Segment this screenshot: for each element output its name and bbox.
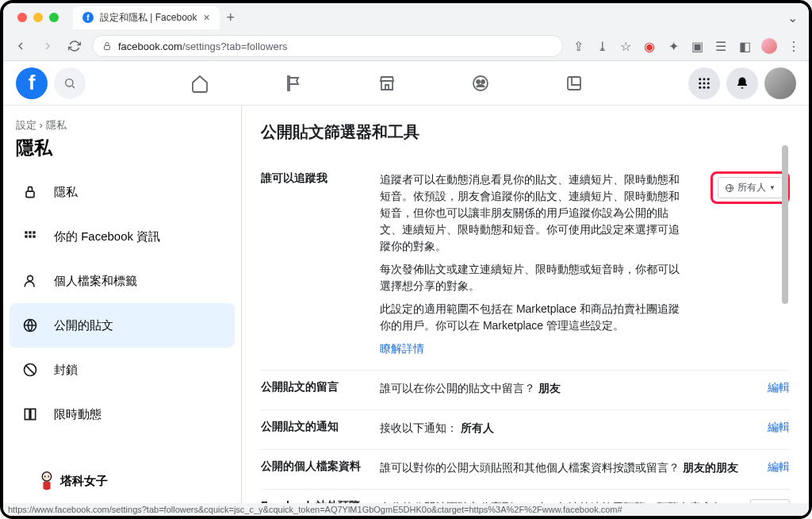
nav-pages[interactable]: [274, 64, 312, 102]
globe-icon: [16, 311, 44, 340]
svg-point-5: [481, 80, 485, 83]
learn-more-link[interactable]: 瞭解詳情: [380, 342, 424, 355]
sidebar-item-your-info[interactable]: 你的 Facebook 資訊: [10, 214, 235, 259]
search-button[interactable]: [54, 67, 86, 99]
svg-point-4: [477, 80, 480, 83]
sidebar-item-public-posts[interactable]: 公開的貼文: [10, 303, 235, 348]
lock-icon: [102, 41, 112, 51]
fb-header: f: [3, 61, 809, 106]
edit-button[interactable]: 編輯: [768, 381, 790, 394]
svg-point-14: [703, 86, 706, 88]
setting-description: 追蹤者可以在動態消息看見你的貼文、連續短片、限時動態和短音。依預設，朋友會追蹤你…: [380, 171, 687, 357]
svg-point-9: [707, 78, 710, 80]
svg-point-13: [699, 86, 701, 88]
extensions-puzzle-icon[interactable]: ✦: [666, 39, 680, 53]
star-icon[interactable]: ☆: [619, 39, 633, 53]
setting-label: 誰可以追蹤我: [261, 171, 364, 357]
sidebar-item-label: 個人檔案和標籤: [54, 274, 137, 289]
notifications-button[interactable]: [726, 67, 758, 99]
sidebar-item-label: 封鎖: [54, 363, 78, 378]
sidebar-item-blocking[interactable]: 封鎖: [10, 348, 235, 392]
watermark-text: 塔科女子: [60, 474, 108, 489]
forward-button[interactable]: [38, 37, 57, 56]
sidebar-item-label: 你的 Facebook 資訊: [54, 229, 160, 244]
close-tab-icon[interactable]: ×: [203, 11, 209, 24]
back-button[interactable]: [11, 37, 30, 56]
watermark-icon: [38, 470, 56, 492]
svg-rect-2: [288, 76, 289, 90]
highlight-annotation: 所有人 ▼: [710, 171, 790, 204]
sidebar-item-privacy[interactable]: 隱私: [10, 170, 235, 214]
breadcrumb-parent[interactable]: 設定: [16, 119, 36, 131]
extension-icon[interactable]: ◉: [642, 39, 657, 53]
setting-public-notifications: 公開貼文的通知 接收以下通知： 所有人 編輯: [261, 410, 790, 450]
setting-description: 誰可以對你的公開大頭貼照和其他個人檔案資料按讚或留言？ 朋友的朋友: [380, 459, 744, 476]
maximize-window[interactable]: [49, 13, 59, 22]
sidebar-item-stories[interactable]: 限時動態: [10, 392, 235, 436]
nav-home[interactable]: [181, 64, 219, 102]
sidebar-item-label: 隱私: [54, 185, 78, 200]
browser-tab[interactable]: 設定和隱私 | Facebook ×: [73, 6, 220, 29]
svg-point-15: [707, 86, 710, 88]
setting-label: 公開貼文的留言: [261, 380, 364, 397]
lock-icon: [16, 178, 44, 206]
user-icon: [16, 267, 44, 295]
svg-point-28: [43, 472, 51, 480]
svg-point-11: [703, 82, 706, 84]
svg-point-29: [44, 476, 46, 478]
new-tab-button[interactable]: +: [220, 6, 242, 29]
reload-button[interactable]: [65, 37, 84, 56]
profile-avatar-small[interactable]: [761, 38, 777, 54]
nav-groups[interactable]: [462, 64, 500, 102]
svg-rect-18: [29, 231, 31, 233]
nav-gaming[interactable]: [555, 64, 593, 102]
svg-rect-20: [25, 235, 27, 237]
setting-description: 誰可以在你公開的貼文中留言？ 朋友: [380, 380, 744, 397]
close-window[interactable]: [17, 13, 27, 22]
svg-point-7: [699, 78, 701, 80]
edit-button[interactable]: 編輯: [768, 421, 790, 433]
svg-rect-19: [33, 231, 35, 233]
breadcrumb: 設定 › 隱私: [10, 118, 235, 136]
nav-marketplace[interactable]: [368, 64, 406, 102]
tab-title: 設定和隱私 | Facebook: [100, 11, 197, 25]
svg-point-30: [48, 476, 49, 478]
svg-rect-6: [568, 77, 580, 90]
sidebar-title: 隱私: [10, 136, 235, 170]
browser-chrome: 設定和隱私 | Facebook × + ⌄ facebook.com/sett…: [3, 3, 809, 61]
caret-down-icon: ▼: [769, 184, 776, 191]
svg-rect-16: [26, 191, 34, 198]
breadcrumb-current: 隱私: [46, 119, 67, 131]
bell-icon: [735, 76, 749, 90]
menu-icon[interactable]: ⋮: [787, 39, 801, 53]
facebook-logo[interactable]: f: [16, 67, 48, 99]
svg-rect-21: [29, 235, 31, 237]
svg-rect-22: [33, 235, 35, 237]
download-icon[interactable]: ⤓: [595, 39, 609, 53]
facebook-favicon: [82, 12, 94, 23]
sidebar-icon[interactable]: ◧: [737, 39, 752, 53]
share-icon[interactable]: ⇪: [571, 39, 585, 53]
svg-point-8: [703, 78, 706, 80]
setting-who-can-follow: 誰可以追蹤我 追蹤者可以在動態消息看見你的貼文、連續短片、限時動態和短音。依預設…: [261, 162, 790, 371]
sidebar-item-profile-tags[interactable]: 個人檔案和標籤: [10, 259, 235, 303]
address-bar[interactable]: facebook.com/settings?tab=followers: [92, 35, 563, 57]
account-avatar[interactable]: [764, 67, 796, 99]
watermark: 塔科女子: [38, 470, 108, 492]
svg-point-12: [707, 82, 710, 84]
window-controls[interactable]: [10, 13, 67, 22]
svg-rect-17: [25, 231, 27, 233]
edit-button[interactable]: 編輯: [768, 460, 790, 473]
setting-label: 公開貼文的通知: [261, 420, 364, 436]
svg-point-10: [699, 82, 701, 84]
chevron-down-icon[interactable]: ⌄: [776, 10, 809, 25]
menu-grid-button[interactable]: [688, 67, 720, 99]
audience-selector[interactable]: 所有人 ▼: [718, 177, 783, 198]
status-bar-url: https://www.facebook.com/settings?tab=fo…: [3, 503, 809, 516]
reader-icon[interactable]: ☰: [714, 39, 728, 53]
minimize-window[interactable]: [33, 13, 43, 22]
cast-icon[interactable]: ▣: [690, 39, 704, 53]
setting-label: 公開的個人檔案資料: [261, 459, 364, 476]
scrollbar[interactable]: [782, 145, 788, 304]
settings-content: 公開貼文篩選器和工具 誰可以追蹤我 追蹤者可以在動態消息看見你的貼文、連續短片、…: [241, 106, 809, 516]
